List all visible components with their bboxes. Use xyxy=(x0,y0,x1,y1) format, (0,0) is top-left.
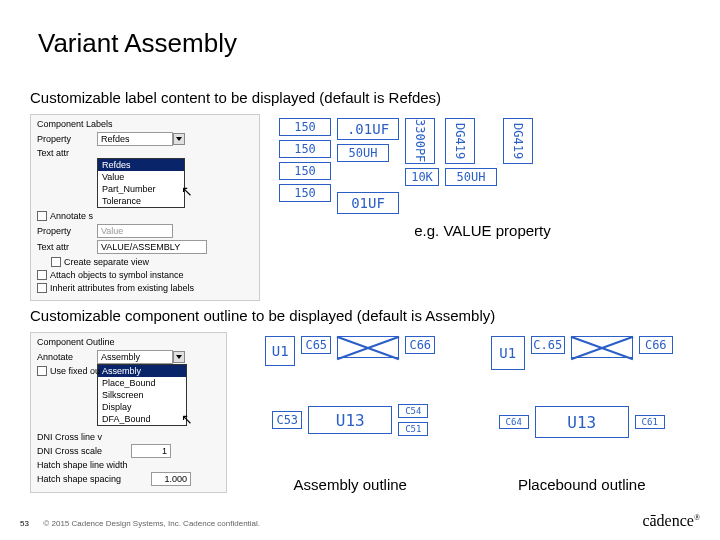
pcb-comp-crossed xyxy=(571,336,633,358)
fixed-checkbox[interactable] xyxy=(37,366,47,376)
pcb-comp: C65 xyxy=(301,336,331,354)
pcb-comp: C51 xyxy=(398,422,428,436)
property2-value[interactable]: Value xyxy=(97,224,173,238)
pcb-comp: C53 xyxy=(272,411,302,429)
component-outline-panel: Component Outline Annotate Assembly Asse… xyxy=(30,332,227,493)
panel-title: Component Labels xyxy=(37,119,253,129)
pcb-comp: DG419 xyxy=(503,118,533,164)
inherit-checkbox[interactable] xyxy=(37,283,47,293)
pcb-comp: 01UF xyxy=(337,192,399,214)
inherit-label: Inherit attributes from existing labels xyxy=(50,283,194,293)
pcb-comp: 150 xyxy=(279,140,331,158)
dropdown-option[interactable]: Silkscreen xyxy=(98,389,186,401)
hatch-width-label: Hatch shape line width xyxy=(37,460,128,470)
hatch-spacing-input[interactable]: 1.000 xyxy=(151,472,191,486)
dropdown-option[interactable]: Value xyxy=(98,171,184,183)
property-dropdown[interactable]: Refdes Value Part_Number Tolerance xyxy=(97,158,185,208)
hatch-spacing-label: Hatch shape spacing xyxy=(37,474,147,484)
pcb-comp: U13 xyxy=(308,406,392,434)
pcb-comp: 150 xyxy=(279,162,331,180)
create-view-label: Create separate view xyxy=(64,257,149,267)
pcb-comp: C64 xyxy=(499,415,529,429)
pcb-comp: U1 xyxy=(265,336,295,366)
pcb-comp: 150 xyxy=(279,118,331,136)
pcb-comp: C.65 xyxy=(531,336,565,354)
panel2-title: Component Outline xyxy=(37,337,220,347)
section2-desc: Customizable component outline to be dis… xyxy=(30,307,690,324)
copyright: © 2015 Cadence Design Systems, Inc. Cade… xyxy=(43,519,260,528)
pcb-comp: .01UF xyxy=(337,118,399,140)
assembly-caption: Assembly outline xyxy=(294,476,407,493)
value-caption: e.g. VALUE property xyxy=(275,222,690,239)
dropdown-option[interactable]: Display xyxy=(98,401,186,413)
dropdown-option[interactable]: Assembly xyxy=(98,365,186,377)
pcb-comp: C61 xyxy=(635,415,665,429)
annotate-label: Annotate xyxy=(37,352,93,362)
pcb-comp: 50UH xyxy=(445,168,497,186)
component-art-1: 150 150 150 150 .01UF 50UH 01UF 3300PF 1… xyxy=(275,114,690,218)
pcb-comp: U13 xyxy=(535,406,629,438)
pcb-comp: 150 xyxy=(279,184,331,202)
dropdown-option[interactable]: Tolerance xyxy=(98,195,184,207)
annotate-label: Annotate s xyxy=(50,211,93,221)
pcb-comp: C54 xyxy=(398,404,428,418)
dni-scale-input[interactable]: 1 xyxy=(131,444,171,458)
chevron-down-icon[interactable] xyxy=(173,351,185,363)
slide-title: Variant Assembly xyxy=(38,28,690,59)
dni-line-label: DNI Cross line v xyxy=(37,432,102,442)
dropdown-option[interactable]: Refdes xyxy=(98,159,184,171)
text-attr2-value[interactable]: VALUE/ASSEMBLY xyxy=(97,240,207,254)
create-view-checkbox[interactable] xyxy=(51,257,61,267)
fixed-label: Use fixed ou xyxy=(50,366,100,376)
text-attr-label: Text attr xyxy=(37,148,93,158)
pcb-comp: 10K xyxy=(405,168,439,186)
text-attr2-label: Text attr xyxy=(37,242,93,252)
pcb-comp: DG419 xyxy=(445,118,475,164)
pcb-comp: 3300PF xyxy=(405,118,435,164)
attach-label: Attach objects to symbol instance xyxy=(50,270,184,280)
property-label: Property xyxy=(37,134,93,144)
chevron-down-icon[interactable] xyxy=(173,133,185,145)
attach-checkbox[interactable] xyxy=(37,270,47,280)
annotate-checkbox[interactable] xyxy=(37,211,47,221)
dni-scale-label: DNI Cross scale xyxy=(37,446,127,456)
placebound-art: U1 C.65 C66 C64 U13 C61 xyxy=(474,332,690,472)
dropdown-option[interactable]: DFA_Bound xyxy=(98,413,186,425)
pcb-comp: C66 xyxy=(405,336,435,354)
annotate-select[interactable]: Assembly xyxy=(97,350,185,364)
outline-dropdown[interactable]: Assembly Place_Bound Silkscreen Display … xyxy=(97,364,187,426)
cadence-logo: cādence® xyxy=(642,512,700,530)
pcb-comp: 50UH xyxy=(337,144,389,162)
page-number: 53 xyxy=(20,519,29,528)
footer: 53 © 2015 Cadence Design Systems, Inc. C… xyxy=(20,512,700,530)
component-labels-panel: Component Labels Property Refdes Text at… xyxy=(30,114,260,301)
assembly-art: U1 C65 C66 C53 U13 C54 C51 xyxy=(242,332,458,472)
pcb-comp: C66 xyxy=(639,336,673,354)
dropdown-option[interactable]: Part_Number xyxy=(98,183,184,195)
placebound-caption: Placebound outline xyxy=(518,476,646,493)
property2-label: Property xyxy=(37,226,93,236)
pcb-comp: U1 xyxy=(491,336,525,370)
dropdown-option[interactable]: Place_Bound xyxy=(98,377,186,389)
pcb-comp-crossed xyxy=(337,336,399,358)
section1-desc: Customizable label content to be display… xyxy=(30,89,690,106)
property-select[interactable]: Refdes xyxy=(97,132,185,146)
